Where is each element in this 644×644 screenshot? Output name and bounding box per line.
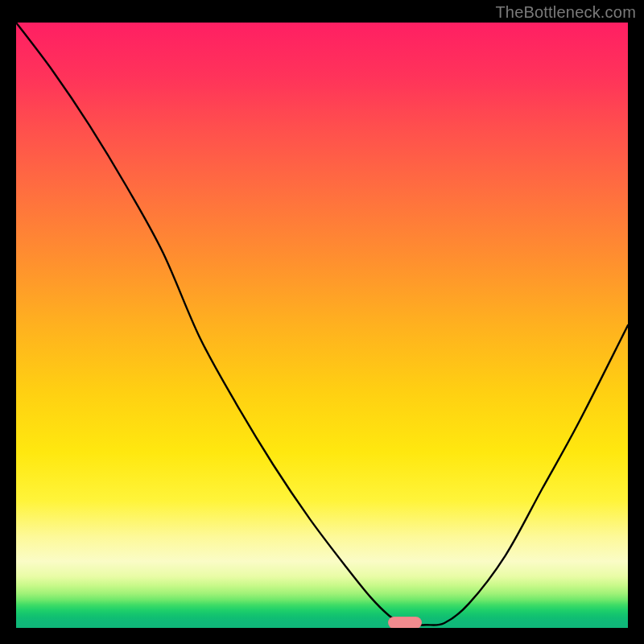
plot-area — [16, 23, 628, 628]
watermark-text: TheBottleneck.com — [495, 3, 636, 22]
bottleneck-curve — [16, 23, 628, 628]
chart-frame: TheBottleneck.com — [0, 0, 644, 644]
optimal-marker — [388, 617, 422, 628]
